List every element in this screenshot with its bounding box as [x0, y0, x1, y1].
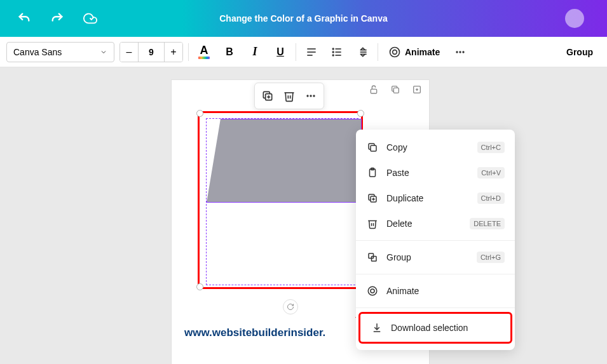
canvas-area[interactable]: www.websitebuilderinsider. Copy Ctrl+C P…	[0, 67, 607, 364]
svg-point-39	[371, 289, 374, 293]
menu-download[interactable]: Download selection	[360, 314, 510, 342]
user-avatar[interactable]	[565, 9, 584, 28]
menu-animate[interactable]: Animate	[356, 278, 515, 304]
copy-icon	[366, 141, 379, 154]
laptop-trackpad-graphic[interactable]	[280, 266, 311, 278]
animate-button[interactable]: Animate	[383, 42, 445, 62]
more-icon-button[interactable]	[301, 86, 321, 106]
align-button[interactable]	[301, 42, 322, 62]
svg-point-27	[313, 95, 315, 97]
menu-divider	[356, 274, 515, 274]
context-menu: Copy Ctrl+C Paste Ctrl+V Duplicate Ctrl+…	[356, 130, 515, 350]
menu-paste[interactable]: Paste Ctrl+V	[356, 160, 515, 185]
selected-group[interactable]	[206, 118, 358, 285]
duplicate-icon-button[interactable]	[257, 86, 278, 106]
svg-point-25	[306, 95, 308, 97]
duplicate-icon	[366, 192, 379, 205]
menu-paste-shortcut: Ctrl+V	[477, 167, 505, 179]
cloud-sync-button[interactable]	[78, 6, 103, 31]
svg-rect-17	[371, 89, 376, 93]
lock-icon[interactable]	[367, 83, 381, 97]
sync-indicator[interactable]	[283, 299, 298, 314]
color-indicator	[198, 57, 210, 59]
selection-highlight	[198, 111, 363, 289]
svg-point-7	[332, 51, 334, 53]
trash-icon	[366, 217, 379, 230]
group-button[interactable]: Group	[559, 47, 601, 57]
selection-toolbar	[254, 83, 324, 109]
menu-group[interactable]: Group Ctrl+G	[356, 245, 515, 270]
decrease-size-button[interactable]: –	[120, 42, 138, 62]
chevron-down-icon	[100, 48, 107, 56]
underline-button[interactable]: U	[270, 42, 290, 62]
svg-rect-30	[371, 145, 376, 151]
more-button[interactable]	[450, 42, 470, 62]
animate-icon	[366, 285, 379, 297]
menu-divider	[356, 240, 515, 241]
font-name: Canva Sans	[13, 47, 62, 57]
svg-point-12	[390, 47, 400, 57]
undo-button[interactable]	[11, 6, 37, 31]
svg-point-8	[332, 55, 334, 56]
svg-point-15	[460, 51, 461, 53]
menu-animate-label: Animate	[386, 286, 505, 296]
menu-delete-shortcut: DELETE	[470, 218, 505, 229]
add-page-icon[interactable]	[410, 83, 424, 97]
svg-point-26	[310, 95, 311, 97]
header-actions	[11, 6, 103, 31]
menu-delete[interactable]: Delete DELETE	[356, 211, 515, 236]
menu-group-label: Group	[386, 252, 469, 262]
resize-handle-tl[interactable]	[196, 110, 203, 117]
menu-duplicate-shortcut: Ctrl+D	[477, 192, 505, 204]
document-title[interactable]: Change the Color of a Graphic in Canva	[219, 13, 387, 24]
svg-point-6	[332, 48, 334, 50]
menu-download-highlight: Download selection	[358, 312, 512, 344]
font-size-control: – 9 +	[119, 42, 183, 62]
menu-duplicate[interactable]: Duplicate Ctrl+D	[356, 185, 515, 211]
menu-download-label: Download selection	[391, 323, 500, 333]
toolbar-divider	[378, 43, 378, 61]
list-button[interactable]	[327, 42, 347, 62]
menu-paste-label: Paste	[386, 168, 470, 178]
app-header: Change the Color of a Graphic in Canva	[0, 0, 607, 37]
group-icon	[366, 251, 379, 264]
menu-divider	[356, 307, 515, 308]
page-controls	[367, 83, 424, 97]
toolbar-divider	[296, 43, 296, 61]
spacing-button[interactable]	[352, 42, 372, 62]
animate-icon	[388, 46, 401, 58]
duplicate-page-icon[interactable]	[388, 83, 402, 97]
toolbar-divider	[188, 43, 189, 61]
menu-copy[interactable]: Copy Ctrl+C	[356, 135, 515, 160]
delete-icon-button[interactable]	[279, 86, 299, 106]
watermark-text: www.websitebuilderinsider.	[184, 327, 325, 339]
laptop-base-graphic[interactable]	[207, 119, 362, 203]
svg-point-16	[463, 51, 465, 53]
redo-button[interactable]	[44, 6, 70, 31]
svg-point-14	[456, 51, 458, 53]
download-icon	[371, 321, 383, 334]
menu-duplicate-label: Duplicate	[386, 193, 470, 203]
italic-button[interactable]: I	[245, 42, 265, 62]
font-size-value[interactable]: 9	[138, 42, 165, 62]
font-family-selector[interactable]: Canva Sans	[6, 42, 114, 62]
svg-point-38	[368, 286, 377, 295]
increase-size-button[interactable]: +	[165, 42, 182, 62]
paste-icon	[366, 166, 379, 179]
resize-handle-tr[interactable]	[357, 110, 364, 117]
resize-handle-bl[interactable]	[196, 283, 203, 290]
menu-delete-label: Delete	[386, 219, 462, 229]
formatting-toolbar: Canva Sans – 9 + A B I U Animate Group	[0, 37, 607, 67]
bold-button[interactable]: B	[219, 42, 240, 62]
menu-copy-label: Copy	[386, 142, 470, 152]
text-color-button[interactable]: A	[194, 42, 214, 62]
svg-rect-18	[393, 88, 399, 93]
menu-group-shortcut: Ctrl+G	[477, 252, 505, 263]
menu-copy-shortcut: Ctrl+C	[477, 142, 505, 153]
svg-point-13	[393, 50, 397, 54]
